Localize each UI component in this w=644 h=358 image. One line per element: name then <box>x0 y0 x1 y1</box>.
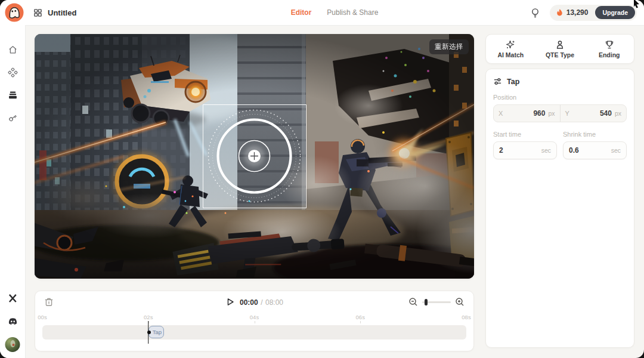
reselect-button[interactable]: 重新选择 <box>429 39 469 54</box>
tab-qte-type-label: QTE Type <box>546 51 574 58</box>
sidebar-item-discord[interactable] <box>5 314 20 329</box>
tick-label: 06s <box>356 314 365 320</box>
start-time-label: Start time <box>493 131 557 138</box>
shrink-time-unit: sec <box>611 147 621 154</box>
start-time-field[interactable]: 2 sec <box>493 141 557 159</box>
key-icon <box>8 113 18 123</box>
top-bar: Untitled Editor Publish & Share 13,290 U… <box>25 0 644 26</box>
sidebar <box>0 25 26 358</box>
qte-target-rings <box>203 105 305 207</box>
home-icon <box>8 45 18 55</box>
sidebar-item-games[interactable] <box>5 64 20 80</box>
credits-pill[interactable]: 13,290 Upgrade <box>550 5 637 21</box>
user-avatar[interactable] <box>5 337 20 352</box>
playhead[interactable] <box>148 321 149 344</box>
page-title: Untitled <box>48 8 76 17</box>
tick-mark <box>255 321 255 323</box>
position-x-value: 960 <box>533 109 545 118</box>
trophy-icon <box>605 40 614 50</box>
shrink-time-field[interactable]: 0.6 sec <box>563 141 627 159</box>
sidebar-item-library[interactable] <box>5 87 20 103</box>
upgrade-button[interactable]: Upgrade <box>595 6 635 19</box>
library-icon <box>8 90 18 100</box>
position-fields: X 960 px Y 540 px <box>493 104 627 122</box>
ai-sparkle-icon <box>506 40 515 50</box>
mouse-cursor <box>632 0 642 10</box>
start-time-value: 2 <box>499 146 503 155</box>
tab-qte-type[interactable]: QTE Type <box>535 35 585 63</box>
timeline-panel: 00:00 / 08:00 00s 02s <box>35 291 474 351</box>
credits-amount: 13,290 <box>566 8 589 17</box>
position-y-unit: px <box>615 110 621 117</box>
sliders-icon <box>493 77 502 86</box>
tick-label: 02s <box>144 314 153 320</box>
sidebar-item-home[interactable] <box>5 42 20 57</box>
discord-icon <box>8 317 18 326</box>
logo-slot <box>0 0 26 26</box>
x-twitter-icon <box>8 294 17 303</box>
qte-type-title: Tap <box>507 78 519 86</box>
qte-editor-panel: Tap Position X 960 px Y 540 px Start tim… <box>485 69 634 348</box>
tap-clip-label: Tap <box>153 329 162 335</box>
tab-ai-match-label: AI Match <box>497 51 524 58</box>
position-x-field[interactable]: X 960 px <box>494 105 560 122</box>
tick-label: 08s <box>462 314 470 320</box>
qte-mode-tabs: AI Match QTE Type Ending <box>485 34 634 64</box>
lightbulb-icon[interactable] <box>530 8 540 18</box>
shrink-time-label: Shrink time <box>563 131 627 138</box>
position-y-field[interactable]: Y 540 px <box>560 105 627 122</box>
app-window: Untitled Editor Publish & Share 13,290 U… <box>0 0 644 358</box>
shrink-time-value: 0.6 <box>569 146 579 155</box>
qte-target-overlay[interactable] <box>203 104 306 208</box>
person-icon <box>555 40 565 50</box>
position-x-label: X <box>499 110 503 117</box>
tap-clip[interactable]: Tap <box>148 326 164 338</box>
timeline-track[interactable] <box>42 325 466 340</box>
position-y-value: 540 <box>600 109 612 118</box>
tab-ending-label: Ending <box>599 51 620 58</box>
tab-ending[interactable]: Ending <box>584 35 634 63</box>
main-nav: Editor Publish & Share <box>291 0 379 25</box>
tick-label: 00s <box>38 314 47 320</box>
sidebar-item-x[interactable] <box>5 290 20 305</box>
grid-icon[interactable] <box>33 8 42 17</box>
position-x-unit: px <box>548 110 555 117</box>
timeline-body: 00s 02s 04s 06s 08s Tap <box>42 291 466 351</box>
tick-mark <box>360 321 361 323</box>
tab-publish-share[interactable]: Publish & Share <box>327 8 378 17</box>
ghost-logo[interactable] <box>4 2 24 23</box>
tab-ai-match[interactable]: AI Match <box>486 35 535 63</box>
video-canvas[interactable]: 重新选择 <box>35 34 474 279</box>
position-y-label: Y <box>565 110 569 117</box>
position-label: Position <box>493 94 627 101</box>
tick-label: 04s <box>250 314 259 320</box>
tab-editor[interactable]: Editor <box>291 8 312 17</box>
sidebar-item-keys[interactable] <box>5 110 20 125</box>
start-time-unit: sec <box>541 147 551 154</box>
gamepad-icon <box>8 67 18 78</box>
flame-icon <box>556 8 564 17</box>
